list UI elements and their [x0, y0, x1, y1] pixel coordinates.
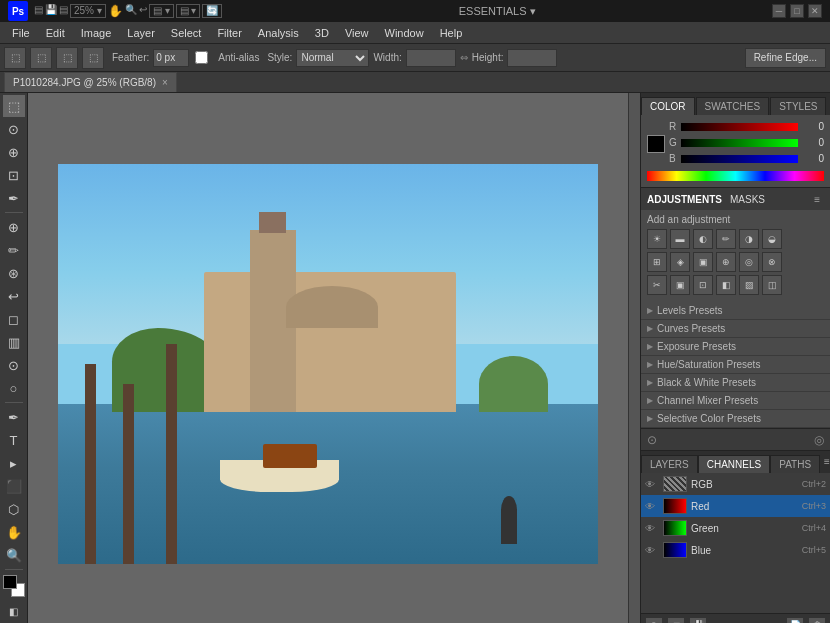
preset-exposure[interactable]: ▶ Exposure Presets	[641, 338, 830, 356]
width-input[interactable]	[406, 49, 456, 67]
adj-levels[interactable]: ▬	[670, 229, 690, 249]
foreground-color-swatch[interactable]	[3, 575, 17, 589]
layers-panel-menu[interactable]: ≡	[820, 451, 830, 473]
menu-edit[interactable]: Edit	[38, 25, 73, 41]
tool-hand[interactable]: ✋	[3, 521, 25, 543]
r-slider[interactable]	[681, 123, 798, 131]
tool-dodge[interactable]: ○	[3, 377, 25, 399]
tool-path-select[interactable]: ▸	[3, 452, 25, 474]
workspace-label[interactable]: ESSENTIALS ▾	[459, 5, 536, 18]
tab-layers[interactable]: LAYERS	[641, 455, 698, 473]
menu-image[interactable]: Image	[73, 25, 120, 41]
tool-3d[interactable]: ⬡	[3, 498, 25, 520]
maximize-button[interactable]: □	[790, 4, 804, 18]
color-spectrum[interactable]	[647, 171, 824, 181]
antialias-checkbox[interactable]	[195, 51, 208, 64]
menu-help[interactable]: Help	[432, 25, 471, 41]
g-slider[interactable]	[681, 139, 798, 147]
tool-lasso[interactable]: ⊙	[3, 118, 25, 140]
adj-photofilter[interactable]: ▣	[693, 252, 713, 272]
tab-adjustments[interactable]: ADJUSTMENTS	[647, 194, 722, 205]
menu-analysis[interactable]: Analysis	[250, 25, 307, 41]
preset-selective[interactable]: ▶ Selective Color Presets	[641, 410, 830, 428]
refine-edge-button[interactable]: Refine Edge...	[745, 48, 826, 68]
layers-btn-new[interactable]: 📄	[786, 617, 804, 624]
document-tab[interactable]: P1010284.JPG @ 25% (RGB/8) ×	[4, 72, 177, 92]
adj-hue[interactable]: ◒	[762, 229, 782, 249]
tool-healing[interactable]: ⊕	[3, 216, 25, 238]
tool-crop[interactable]: ⊡	[3, 164, 25, 186]
tab-swatches[interactable]: SWATCHES	[696, 97, 770, 115]
tab-paths[interactable]: PATHS	[770, 455, 820, 473]
tool-mask-mode[interactable]: ◧	[3, 600, 25, 622]
adj-colorlookup[interactable]: ◎	[739, 252, 759, 272]
adj-channelmixer[interactable]: ⊕	[716, 252, 736, 272]
layers-btn-load[interactable]: ◻	[667, 617, 685, 624]
tool-zoom[interactable]: 🔍	[3, 544, 25, 566]
menu-file[interactable]: File	[4, 25, 38, 41]
layers-btn-new-channel[interactable]: ⊕	[645, 617, 663, 624]
tool-shape[interactable]: ⬛	[3, 475, 25, 497]
channel-blue[interactable]: 👁 Blue Ctrl+5	[641, 539, 830, 561]
adj-brightness[interactable]: ☀	[647, 229, 667, 249]
doc-tab-close[interactable]: ×	[162, 77, 168, 88]
b-slider[interactable]	[681, 155, 798, 163]
preset-bw[interactable]: ▶ Black & White Presets	[641, 374, 830, 392]
color-swatches[interactable]	[3, 575, 25, 597]
adj-vibrance[interactable]: ◑	[739, 229, 759, 249]
channel-rgb-eye[interactable]: 👁	[645, 479, 659, 490]
height-input[interactable]	[507, 49, 557, 67]
tab-channels[interactable]: CHANNELS	[698, 455, 770, 473]
menu-view[interactable]: View	[337, 25, 377, 41]
tool-gradient[interactable]: ▥	[3, 331, 25, 353]
channel-blue-eye[interactable]: 👁	[645, 545, 659, 556]
layers-btn-save[interactable]: 💾	[689, 617, 707, 624]
tool-options-icon3[interactable]: ⬚	[56, 47, 78, 69]
minimize-button[interactable]: ─	[772, 4, 786, 18]
tool-eyedropper[interactable]: ✒	[3, 187, 25, 209]
tab-styles[interactable]: STYLES	[770, 97, 826, 115]
adj-bottom-icon2[interactable]: ◎	[814, 433, 824, 447]
tab-masks[interactable]: MASKS	[730, 194, 765, 205]
channel-red-eye[interactable]: 👁	[645, 501, 659, 512]
channel-rgb[interactable]: 👁 RGB Ctrl+2	[641, 473, 830, 495]
adj-threshold[interactable]: ▣	[670, 275, 690, 295]
tool-pen[interactable]: ✒	[3, 406, 25, 428]
tool-type[interactable]: T	[3, 429, 25, 451]
channel-green[interactable]: 👁 Green Ctrl+4	[641, 517, 830, 539]
canvas-scroll-area[interactable]	[28, 93, 628, 623]
tool-marquee[interactable]: ⬚	[3, 95, 25, 117]
tool-blur[interactable]: ⊙	[3, 354, 25, 376]
adj-selective-color[interactable]: ◧	[716, 275, 736, 295]
close-button[interactable]: ✕	[808, 4, 822, 18]
adj-gradient-map[interactable]: ⊡	[693, 275, 713, 295]
adj-bottom-icon1[interactable]: ⊙	[647, 433, 657, 447]
adj-exposure[interactable]: ✏	[716, 229, 736, 249]
preset-levels[interactable]: ▶ Levels Presets	[641, 302, 830, 320]
tool-quick-select[interactable]: ⊕	[3, 141, 25, 163]
adj-curves[interactable]: ◐	[693, 229, 713, 249]
adj-bw[interactable]: ◈	[670, 252, 690, 272]
preset-channelmixer[interactable]: ▶ Channel Mixer Presets	[641, 392, 830, 410]
menu-3d[interactable]: 3D	[307, 25, 337, 41]
menu-window[interactable]: Window	[377, 25, 432, 41]
tool-brush[interactable]: ✏	[3, 239, 25, 261]
preset-curves[interactable]: ▶ Curves Presets	[641, 320, 830, 338]
tool-options-icon4[interactable]: ⬚	[82, 47, 104, 69]
feather-input[interactable]	[153, 49, 189, 67]
menu-filter[interactable]: Filter	[209, 25, 249, 41]
adj-extra1[interactable]: ▨	[739, 275, 759, 295]
layers-btn-delete[interactable]: 🗑	[808, 617, 826, 624]
vertical-scrollbar[interactable]	[628, 93, 640, 623]
adj-posterize[interactable]: ✂	[647, 275, 667, 295]
tool-options-icon1[interactable]: ⬚	[4, 47, 26, 69]
tool-clone[interactable]: ⊛	[3, 262, 25, 284]
adj-colorbalance[interactable]: ⊞	[647, 252, 667, 272]
adj-invert[interactable]: ⊗	[762, 252, 782, 272]
tool-eraser[interactable]: ◻	[3, 308, 25, 330]
channel-red[interactable]: 👁 Red Ctrl+3	[641, 495, 830, 517]
style-select[interactable]: Normal Fixed Ratio Fixed Size	[296, 49, 369, 67]
adj-panel-menu[interactable]: ≡	[810, 194, 824, 205]
tool-history-brush[interactable]: ↩	[3, 285, 25, 307]
preset-hue[interactable]: ▶ Hue/Saturation Presets	[641, 356, 830, 374]
